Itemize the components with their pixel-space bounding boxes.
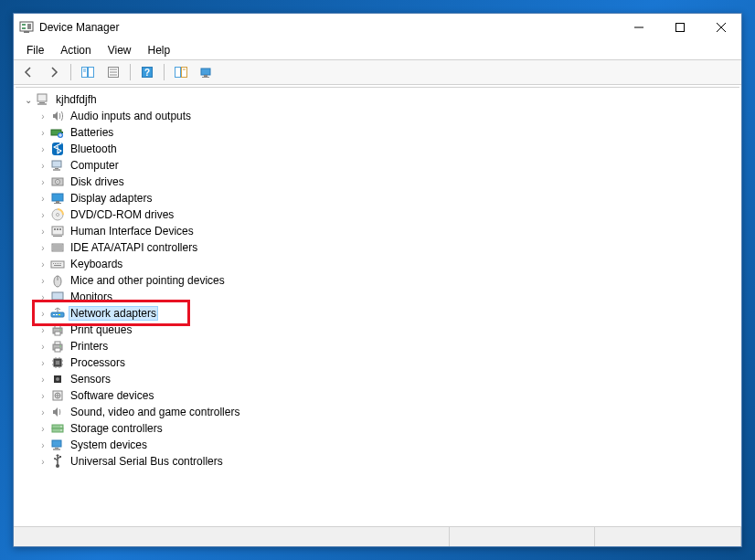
help-button[interactable]: ?	[136, 62, 158, 82]
svg-rect-9	[82, 68, 88, 78]
expand-icon[interactable]: ›	[36, 210, 50, 220]
svg-text:?: ?	[144, 68, 150, 78]
annotation-highlight: ›Network adapters	[36, 305, 158, 322]
svg-rect-25	[37, 94, 47, 101]
properties-button[interactable]	[102, 62, 124, 82]
tree-item-label: Storage controllers	[69, 422, 165, 435]
forward-button[interactable]	[43, 62, 65, 82]
sound-icon	[50, 405, 65, 419]
tree-item-hid[interactable]: ›Human Interface Devices	[36, 223, 734, 239]
expand-icon[interactable]: ›	[36, 309, 50, 319]
minimize-button[interactable]	[618, 14, 659, 41]
expand-icon[interactable]: ›	[36, 391, 50, 401]
tree-item-sound[interactable]: ›Sound, video and game controllers	[36, 404, 734, 420]
svg-rect-24	[202, 77, 209, 78]
device-tree[interactable]: ⌄ kjhdfdjfh ›Audio inputs and outputs›Ba…	[16, 87, 739, 524]
tree-item-label: DVD/CD-ROM drives	[69, 208, 175, 221]
expand-icon[interactable]: ›	[36, 128, 50, 138]
expand-icon[interactable]: ›	[36, 342, 50, 352]
svg-point-71	[59, 329, 60, 330]
expand-icon[interactable]: ›	[36, 424, 50, 434]
expand-icon[interactable]: ›	[36, 358, 50, 368]
tree-item-label: Monitors	[69, 291, 114, 303]
expand-icon[interactable]: ›	[36, 407, 50, 417]
status-cell	[14, 527, 450, 546]
svg-rect-3	[27, 24, 31, 29]
svg-rect-69	[55, 325, 60, 328]
expand-icon[interactable]: ›	[36, 177, 50, 187]
tree-item-sensor[interactable]: ›Sensors	[36, 371, 734, 387]
expand-icon[interactable]: ›	[36, 259, 50, 269]
tree-item-storage[interactable]: ›Storage controllers	[36, 420, 734, 437]
tree-item-network[interactable]: ›Network adapters	[36, 305, 158, 322]
expand-icon[interactable]: ›	[36, 243, 50, 253]
tree-item-disk[interactable]: ›Disk drives	[36, 174, 734, 190]
printer-icon	[50, 339, 65, 354]
close-button[interactable]	[700, 14, 741, 41]
menu-view[interactable]: View	[101, 42, 139, 58]
usb-icon	[50, 454, 65, 469]
toolbar-separator	[70, 64, 71, 80]
expand-icon[interactable]: ›	[36, 194, 50, 204]
tree-root-node[interactable]: ⌄ kjhdfdjfh	[21, 91, 734, 108]
expand-icon[interactable]: ›	[36, 440, 50, 450]
menu-file[interactable]: File	[19, 42, 51, 58]
collapse-icon[interactable]: ⌄	[21, 95, 36, 105]
tree-item-dvd[interactable]: ›DVD/CD-ROM drives	[36, 206, 734, 223]
svg-rect-4	[24, 31, 29, 33]
expand-icon[interactable]: ›	[36, 457, 50, 467]
expand-icon[interactable]: ›	[36, 276, 50, 286]
tree-item-mouse[interactable]: ›Mice and other pointing devices	[36, 272, 734, 289]
hid-icon	[50, 224, 65, 238]
show-hide-console-button[interactable]	[77, 62, 99, 82]
svg-rect-65	[53, 314, 55, 315]
tree-item-system[interactable]: ›System devices	[36, 437, 734, 453]
tree-item-usb[interactable]: ›Universal Serial Bus controllers	[36, 453, 734, 470]
svg-rect-100	[59, 456, 61, 458]
svg-rect-67	[58, 314, 60, 315]
tree-item-label: System devices	[69, 438, 149, 451]
tree-item-ide[interactable]: ›IDE ATA/ATAPI controllers	[36, 239, 734, 256]
svg-rect-19	[175, 68, 181, 78]
svg-rect-61	[52, 292, 63, 300]
devices-button[interactable]	[196, 62, 218, 82]
tree-item-label: Keyboards	[69, 258, 124, 270]
status-cell	[595, 527, 741, 546]
monitor-icon	[50, 290, 65, 304]
svg-rect-47	[53, 236, 62, 237]
expand-icon[interactable]: ›	[36, 144, 50, 154]
scan-hardware-button[interactable]	[170, 62, 192, 82]
svg-rect-6	[675, 24, 684, 32]
tree-item-label: Bluetooth	[69, 143, 119, 155]
tree-item-printer[interactable]: ›Printers	[36, 338, 734, 354]
maximize-button[interactable]	[659, 14, 700, 41]
expand-icon[interactable]: ›	[36, 375, 50, 385]
menu-action[interactable]: Action	[53, 42, 98, 58]
speaker-icon	[50, 109, 65, 123]
expand-icon[interactable]: ›	[36, 227, 50, 237]
expand-icon[interactable]: ›	[36, 161, 50, 171]
tree-item-keyboard[interactable]: ›Keyboards	[36, 256, 734, 272]
dvd-icon	[50, 207, 65, 222]
tree-item-bluetooth[interactable]: ›Bluetooth	[36, 141, 734, 157]
tree-item-monitor[interactable]: ›Monitors	[36, 289, 734, 305]
back-button[interactable]	[17, 62, 39, 82]
tree-item-software[interactable]: ›Software devices	[36, 387, 734, 404]
svg-rect-44	[54, 228, 56, 230]
display-icon	[50, 191, 65, 206]
tree-item-cpu[interactable]: ›Processors	[36, 354, 734, 371]
tree-item-label: Display adapters	[69, 192, 154, 205]
svg-rect-58	[54, 265, 61, 266]
expand-icon[interactable]: ›	[36, 111, 50, 122]
tree-item-display[interactable]: ›Display adapters	[36, 190, 734, 206]
svg-point-75	[59, 345, 60, 346]
tree-item-speaker[interactable]: ›Audio inputs and outputs	[36, 108, 734, 124]
menu-help[interactable]: Help	[141, 42, 178, 58]
tree-item-battery[interactable]: ›Batteries	[36, 124, 734, 141]
tree-item-computer[interactable]: ›Computer	[36, 157, 734, 174]
svg-rect-27	[37, 103, 47, 105]
tree-item-label: Human Interface Devices	[69, 225, 196, 238]
tree-item-printer[interactable]: ›Print queues	[36, 322, 734, 338]
expand-icon[interactable]: ›	[36, 325, 50, 335]
expand-icon[interactable]: ›	[36, 292, 50, 302]
